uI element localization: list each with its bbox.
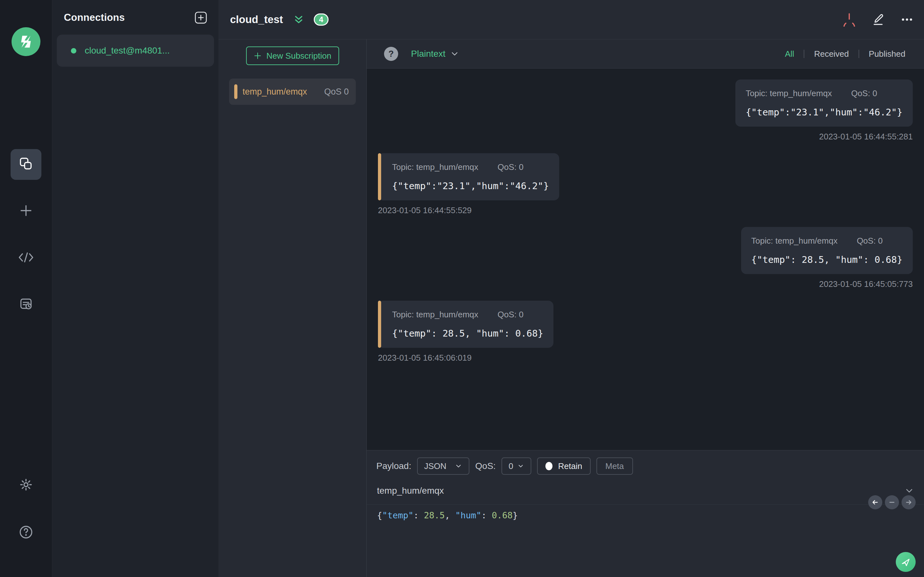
message-toolbar: ? Plaintext All Received Published [367, 39, 924, 69]
rail-item-new-connection[interactable] [11, 196, 41, 227]
message-format-select[interactable]: Plaintext [411, 49, 459, 59]
qos-select[interactable]: 0 [501, 458, 531, 475]
chevron-down-icon [455, 462, 462, 470]
message-bubble[interactable]: Topic: temp_hum/emqx QoS: 0 {"temp":"23.… [378, 153, 559, 200]
editor-token: } [513, 510, 518, 520]
payload-editor[interactable]: {"temp": 28.5, "hum": 0.68} [367, 504, 924, 520]
message-topic: Topic: temp_hum/emqx [751, 236, 838, 246]
main-body: New Subscription temp_hum/emqx QoS 0 ? P… [218, 39, 924, 577]
collapse-editor-button[interactable] [904, 486, 914, 496]
filter-published[interactable]: Published [859, 49, 915, 59]
received-accent-bar [378, 301, 381, 348]
message-count-badge: 4 [314, 13, 328, 26]
chevron-down-icon [450, 49, 459, 59]
edit-connection-button[interactable] [870, 11, 886, 27]
editor-token: "hum" [455, 510, 481, 520]
message-bubble[interactable]: Topic: temp_hum/emqx QoS: 0 {"temp": 28.… [741, 227, 913, 274]
message-qos: QoS: 0 [498, 162, 523, 172]
mqttx-logo-icon [17, 32, 35, 51]
question-circle-icon [18, 524, 34, 541]
connection-status-dot [71, 48, 76, 53]
payload-nav-buttons [868, 495, 916, 509]
filter-received[interactable]: Received [804, 49, 858, 59]
message-payload: {"temp":"23.1","hum":"46.2"} [746, 107, 903, 118]
main-area: cloud_test 4 [218, 0, 924, 577]
new-connection-button[interactable] [194, 11, 208, 24]
message-published: Topic: temp_hum/emqx QoS: 0 {"temp": 28.… [378, 227, 913, 289]
rail-item-connections[interactable] [11, 149, 41, 180]
connection-name: cloud_test@m4801... [85, 45, 170, 56]
message-topic: Topic: temp_hum/emqx [746, 89, 832, 98]
ellipsis-icon [900, 13, 914, 27]
topic-input[interactable]: temp_hum/emqx [377, 486, 904, 496]
message-filters: All Received Published [775, 49, 915, 59]
double-chevron-down-icon[interactable] [292, 13, 305, 26]
retain-toggle[interactable]: Retain [537, 458, 591, 475]
editor-token: 0.68 [492, 510, 513, 520]
meta-label: Meta [606, 461, 624, 471]
subscription-color-marker [234, 84, 237, 99]
qos-value: 0 [509, 461, 513, 471]
nav-rail [0, 0, 52, 577]
retain-dot-icon [545, 462, 552, 470]
header-actions [841, 11, 915, 27]
rail-item-script[interactable] [11, 243, 41, 274]
editor-divider [367, 504, 924, 504]
message-bubble[interactable]: Topic: temp_hum/emqx QoS: 0 {"temp": 28.… [378, 301, 553, 348]
message-payload: {"temp":"23.1","hum":"46.2"} [392, 181, 549, 191]
new-subscription-button[interactable]: New Subscription [246, 47, 339, 65]
prev-payload-button[interactable] [868, 495, 882, 509]
power-icon [842, 13, 856, 27]
connections-header: Connections [52, 0, 218, 33]
connection-item[interactable]: cloud_test@m4801... [57, 35, 214, 67]
payload-format-select[interactable]: JSON [417, 458, 469, 475]
connections-panel: Connections cloud_test@m4801... [52, 0, 218, 577]
edit-pencil-icon [871, 13, 885, 27]
message-payload: {"temp": 28.5, "hum": 0.68} [751, 254, 903, 265]
clear-payload-button[interactable] [885, 495, 899, 509]
publish-area: Payload: JSON QoS: 0 [367, 450, 924, 577]
publish-topic-row: temp_hum/emqx [367, 475, 924, 496]
rail-item-log[interactable] [11, 290, 41, 320]
message-format-value: Plaintext [411, 49, 445, 59]
payload-help-icon[interactable]: ? [384, 47, 398, 61]
arrow-right-icon [905, 498, 913, 506]
message-qos: QoS: 0 [498, 309, 523, 319]
editor-token: 28.5 [424, 510, 445, 520]
chevron-down-icon [517, 463, 524, 470]
send-button[interactable] [896, 552, 916, 572]
filter-all[interactable]: All [775, 49, 804, 59]
mqttx-logo [11, 27, 40, 56]
subscription-qos: QoS 0 [324, 87, 349, 97]
message-meta: Topic: temp_hum/emqx QoS: 0 [392, 309, 543, 319]
payload-format-value: JSON [424, 461, 446, 471]
message-qos: QoS: 0 [857, 236, 883, 246]
rail-items [11, 149, 41, 320]
qos-label: QoS: [475, 461, 496, 471]
message-payload: {"temp": 28.5, "hum": 0.68} [392, 328, 543, 339]
message-published: Topic: temp_hum/emqx QoS: 0 {"temp":"23.… [378, 79, 913, 142]
arrow-left-icon [871, 498, 879, 506]
mqttx-app: Connections cloud_test@m4801... cloud_te… [0, 0, 924, 577]
rail-item-help[interactable] [11, 517, 41, 548]
next-payload-button[interactable] [901, 495, 916, 509]
connections-title: Connections [64, 12, 125, 23]
message-panel: ? Plaintext All Received Published [367, 39, 924, 577]
message-bubble[interactable]: Topic: temp_hum/emqx QoS: 0 {"temp":"23.… [735, 79, 913, 127]
disconnect-button[interactable] [841, 11, 857, 27]
publish-controls: Payload: JSON QoS: 0 [367, 450, 924, 475]
message-list[interactable]: Topic: temp_hum/emqx QoS: 0 {"temp":"23.… [367, 69, 924, 450]
more-options-button[interactable] [899, 11, 915, 27]
message-topic: Topic: temp_hum/emqx [392, 309, 478, 319]
editor-token: "temp" [382, 510, 414, 520]
rail-item-settings[interactable] [11, 470, 41, 501]
connections-icon [19, 156, 33, 172]
message-received: Topic: temp_hum/emqx QoS: 0 {"temp": 28.… [378, 301, 913, 363]
editor-token: , [445, 510, 455, 520]
minus-icon [888, 498, 896, 506]
log-icon [19, 297, 33, 313]
subscription-item[interactable]: temp_hum/emqx QoS 0 [229, 79, 356, 105]
meta-button[interactable]: Meta [596, 458, 633, 475]
message-meta: Topic: temp_hum/emqx QoS: 0 [746, 89, 903, 98]
message-received: Topic: temp_hum/emqx QoS: 0 {"temp":"23.… [378, 153, 913, 215]
